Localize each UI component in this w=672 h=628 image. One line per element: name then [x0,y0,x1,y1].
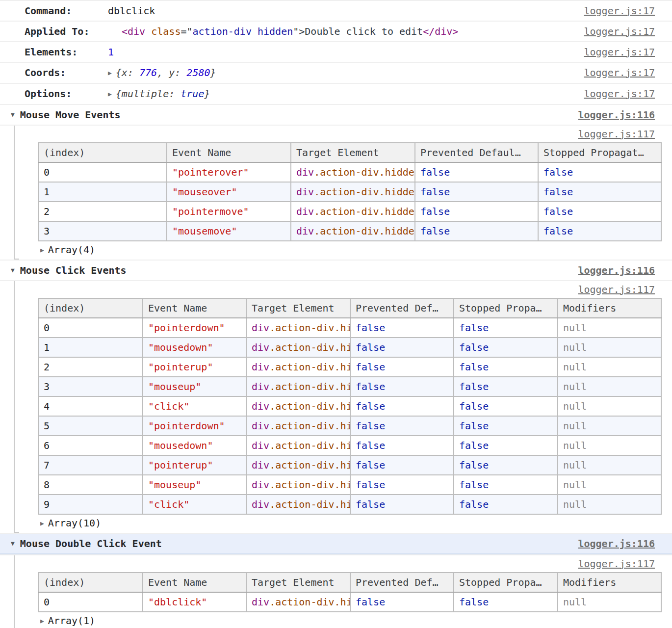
expand-triangle-icon[interactable]: ▶ [40,520,44,527]
source-link[interactable]: logger.js:17 [584,65,655,80]
node-classes: .action-div.hidden [269,361,350,373]
column-header[interactable]: Target Element [246,298,350,318]
source-link[interactable]: logger.js:116 [578,107,655,123]
cell-null: null [558,475,661,495]
column-header[interactable]: Target Element [291,143,415,162]
cell-node: div.action-div.hidden [246,592,350,612]
cell-bool: false [538,221,661,241]
cell-bool: false [350,318,454,338]
collapse-triangle-icon[interactable]: ▼ [11,107,15,123]
group-header-mouse-move[interactable]: ▼ Mouse Move Events logger.js:116 [0,104,672,125]
column-header[interactable]: Event Name [143,573,246,592]
source-link[interactable]: logger.js:117 [578,284,655,295]
element-open-tag: <div [122,26,145,37]
cell-index: 0 [38,162,167,182]
column-header[interactable]: Modifiers [558,298,661,318]
log-label: Coords: [25,65,108,80]
group-indent-rail: logger.js:117 (index)Event NameTarget El… [14,555,672,628]
node-tag: div [252,596,269,608]
cell-null: null [558,495,661,514]
expand-triangle-icon[interactable]: ▶ [108,90,112,98]
object-preview-tokens: {multiple: true} [116,88,210,100]
object-preview-tokens: {x: 776, y: 2580} [116,67,216,78]
column-header[interactable]: Stopped Propa… [454,573,558,592]
node-tag: div [252,381,269,392]
preview-token: } [204,88,210,100]
node-classes: .action-div.hidden [269,322,350,334]
column-header[interactable]: Modifiers [558,573,661,592]
source-link[interactable]: logger.js:17 [584,3,655,19]
column-header[interactable]: Event Name [143,298,246,318]
column-header[interactable]: (index) [38,573,143,592]
table-header-row: (index)Event NameTarget ElementPrevented… [38,143,661,162]
cell-node: div.action-div.hidden [246,396,350,416]
cell-bool: false [454,455,558,475]
preview-token: } [210,67,216,78]
array-preview[interactable]: ▶Array(4) [15,241,672,259]
cell-bool: false [415,162,538,182]
column-header[interactable]: (index) [38,298,143,318]
array-preview[interactable]: ▶Array(10) [15,515,672,532]
group-header-mouse-click[interactable]: ▼ Mouse Click Events logger.js:116 [0,260,672,280]
cell-bool: false [454,396,558,416]
table-row: 0"pointerover"div.action-div.hiddenfalse… [38,162,661,182]
collapse-triangle-icon[interactable]: ▼ [11,262,15,278]
node-classes: .action-div.hidden [314,225,415,237]
source-link[interactable]: logger.js:117 [578,558,655,570]
cell-bool: false [454,338,558,357]
cell-bool: false [415,221,538,241]
table-row: 2"pointerup"div.action-div.hiddenfalsefa… [38,357,661,377]
array-preview[interactable]: ▶Array(1) [15,612,672,628]
group-title: Mouse Click Events [20,262,127,278]
cell-string: "pointerup" [143,455,246,475]
column-header[interactable]: Stopped Propa… [454,298,558,318]
node-tag: div [296,206,314,217]
group-header-mouse-dblclick[interactable]: ▼ Mouse Double Click Event logger.js:116 [0,533,672,554]
table-row: 1"mousedown"div.action-div.hiddenfalsefa… [38,338,661,357]
cell-index: 9 [38,495,143,514]
cell-string: "mousemove" [167,221,291,241]
source-link[interactable]: logger.js:17 [584,24,655,39]
cell-bool: false [454,416,558,436]
cell-string: "mouseover" [167,182,291,202]
cell-null: null [558,338,661,357]
element-preview[interactable]: <div class="action-div hidden">Double cl… [122,24,458,39]
source-link[interactable]: logger.js:116 [578,262,655,278]
column-header[interactable]: Prevented Defaul… [415,143,538,162]
elements-count: 1 [108,44,114,60]
column-header[interactable]: Stopped Propagat… [538,143,661,162]
column-header[interactable]: Target Element [246,573,350,592]
node-tag: div [252,459,269,471]
cell-bool: false [350,377,454,396]
cell-bool: false [454,495,558,514]
cell-node: div.action-div.hidden [246,455,350,475]
expand-triangle-icon[interactable]: ▶ [40,617,44,625]
column-header[interactable]: Event Name [167,143,291,162]
source-link[interactable]: logger.js:117 [578,128,655,140]
coords-object-preview[interactable]: ▶{x: 776, y: 2580} [108,65,216,81]
column-header[interactable]: Prevented Def… [350,573,454,592]
cell-bool: false [350,338,454,357]
node-tag: div [252,479,269,491]
group-body: logger.js:117 (index)Event NameTarget El… [0,125,672,260]
node-tag: div [252,361,269,373]
node-classes: .action-div.hidden [269,498,350,510]
cell-index: 8 [38,475,143,495]
node-classes: .action-div.hidden [269,440,350,451]
options-object-preview[interactable]: ▶{multiple: true} [108,86,210,102]
preview-token: , y: [157,67,186,78]
collapse-triangle-icon[interactable]: ▼ [11,536,15,551]
expand-triangle-icon[interactable]: ▶ [40,246,44,254]
table-row: 5"pointerdown"div.action-div.hiddenfalse… [38,416,661,436]
cell-string: "mousedown" [143,338,246,357]
column-header[interactable]: Prevented Def… [350,298,454,318]
table-row: 3"mouseup"div.action-div.hiddenfalsefals… [38,377,661,396]
source-link[interactable]: logger.js:17 [584,86,655,102]
column-header[interactable]: (index) [38,143,167,162]
console-group-mouse-move: ▼ Mouse Move Events logger.js:116 logger… [0,104,672,260]
node-classes: .action-div.hidden [269,596,350,608]
table-row: 7"pointerup"div.action-div.hiddenfalsefa… [38,455,661,475]
source-link[interactable]: logger.js:17 [584,44,655,60]
expand-triangle-icon[interactable]: ▶ [108,69,112,77]
source-link[interactable]: logger.js:116 [578,536,655,551]
